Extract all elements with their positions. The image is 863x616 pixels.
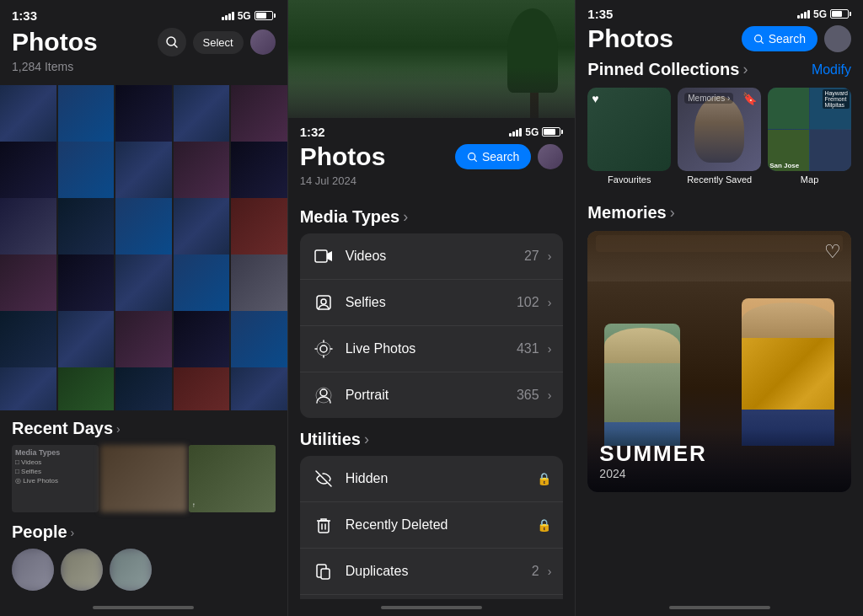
hero-overlay (288, 67, 576, 118)
grid-cell[interactable] (174, 367, 230, 410)
utility-recently-deleted[interactable]: Recently Deleted 🔒 (300, 502, 564, 549)
user-avatar[interactable] (250, 29, 276, 55)
search-button[interactable]: Search (455, 144, 531, 169)
recent-days-header[interactable]: Recent Days › (12, 419, 276, 438)
pinned-item-recently-saved[interactable]: 🔖 Memories › Recently Saved (678, 88, 761, 185)
mini-grid-cell[interactable] (100, 445, 187, 512)
recent-days-grid[interactable]: Media Types □ Videos □ Selfies ◎ Live Ph… (12, 445, 276, 512)
pinned-collections-title: Pinned Collections (587, 60, 739, 79)
panel1-photo-grid[interactable] (0, 85, 287, 410)
media-type-live-photos[interactable]: Live Photos 431 › (300, 326, 564, 372)
network-type: 5G (525, 126, 539, 138)
grid-cell[interactable] (231, 254, 287, 311)
grid-cell[interactable] (174, 198, 230, 254)
memory-person2 (742, 298, 834, 442)
utility-hidden[interactable]: Hidden 🔒 (300, 456, 564, 502)
grid-cell[interactable] (115, 198, 172, 254)
network-type: 5G (238, 10, 251, 22)
grid-cell[interactable] (174, 85, 230, 142)
grid-cell[interactable] (0, 254, 56, 311)
grid-cell[interactable] (115, 142, 172, 198)
recently-saved-thumbnail: 🔖 Memories › (678, 88, 761, 171)
mini-grid-cell[interactable]: ↑ (189, 445, 276, 512)
battery-icon (830, 9, 851, 19)
memories-section: Memories › (576, 203, 863, 599)
pinned-item-favourites[interactable]: ♥ Favourites (587, 88, 671, 185)
panel1-actions: Select (158, 28, 276, 56)
lock-icon: 🔒 (537, 472, 551, 485)
grid-cell[interactable] (115, 85, 172, 142)
grid-cell[interactable] (174, 142, 230, 198)
person-avatar[interactable] (12, 549, 54, 591)
panel1-title-row: Photos Select (12, 28, 276, 56)
media-types-section-header[interactable]: Media Types › (300, 207, 564, 227)
grid-cell[interactable] (231, 85, 287, 142)
media-type-portrait[interactable]: Portrait 365 › (300, 372, 564, 418)
grid-cell[interactable] (231, 198, 287, 254)
panel1-time: 1:33 (12, 8, 37, 23)
memories-card[interactable]: ♡ SUMMER 2024 (587, 231, 851, 492)
search-label: Search (482, 150, 519, 163)
hidden-icon (312, 467, 335, 490)
grid-cell[interactable] (174, 311, 230, 367)
panel2-status-bar: 1:32 5G (288, 118, 576, 142)
mini-grid-cell[interactable]: Media Types □ Videos □ Selfies ◎ Live Ph… (12, 445, 99, 512)
svg-line-3 (474, 158, 476, 160)
panel2-scroll[interactable]: Media Types › Videos 27 › (288, 196, 576, 599)
grid-cell[interactable] (0, 142, 56, 198)
grid-cell[interactable] (58, 142, 115, 198)
user-avatar[interactable] (538, 144, 563, 169)
panel1-bottom: Recent Days › Media Types □ Videos □ Sel… (0, 410, 287, 599)
grid-cell[interactable] (58, 198, 115, 254)
people-header[interactable]: People › (12, 522, 276, 542)
panel-2: 1:32 5G Photos (287, 0, 576, 616)
utilities-section-header[interactable]: Utilities › (300, 430, 564, 449)
memory-season: SUMMER (599, 441, 839, 467)
memories-header[interactable]: Memories › (587, 203, 851, 222)
signal-icon (797, 9, 810, 19)
media-type-label: Portrait (346, 388, 517, 403)
media-type-videos[interactable]: Videos 27 › (300, 233, 564, 280)
grid-cell[interactable] (115, 311, 172, 367)
grid-cell[interactable] (174, 254, 230, 311)
grid-cell[interactable] (58, 367, 115, 410)
favourites-thumbnail: ♥ (587, 88, 671, 171)
media-type-label: Selfies (346, 295, 517, 310)
user-avatar[interactable] (824, 25, 851, 52)
search-button[interactable]: Search (742, 26, 817, 51)
pinned-item-map[interactable]: HaywardFremontMilpitas San Jose Map (768, 88, 851, 185)
grid-cell[interactable] (58, 311, 115, 367)
grid-cell[interactable] (115, 367, 172, 410)
home-bar (93, 606, 194, 609)
mini-item-text: ◎ Live Photos (15, 477, 58, 485)
person-avatar[interactable] (61, 549, 103, 591)
utility-receipts[interactable]: Receipts 2 › (300, 595, 564, 599)
grid-cell[interactable] (0, 311, 56, 367)
lock-icon: 🔒 (537, 518, 551, 532)
duplicates-icon (312, 560, 335, 583)
search-button[interactable] (158, 28, 186, 56)
person-avatar[interactable] (110, 549, 152, 591)
modify-button[interactable]: Modify (812, 62, 851, 78)
grid-cell[interactable] (58, 85, 115, 142)
grid-cell[interactable] (115, 254, 172, 311)
select-button[interactable]: Select (193, 31, 244, 54)
media-type-label: Live Photos (346, 341, 517, 356)
panel1-title: Photos (12, 28, 98, 56)
panel3-title-row: Photos Search (587, 24, 851, 53)
grid-cell[interactable] (231, 367, 287, 410)
grid-cell[interactable] (0, 85, 56, 142)
utilities-label: Utilities (300, 430, 361, 449)
svg-point-14 (320, 389, 327, 396)
media-type-selfies[interactable]: Selfies 102 › (300, 280, 564, 326)
grid-cell[interactable] (231, 142, 287, 198)
grid-cell[interactable] (0, 198, 56, 254)
live-photos-icon (312, 337, 335, 361)
grid-cell[interactable] (58, 254, 115, 311)
memories-label: Memories › (684, 93, 733, 104)
grid-cell[interactable] (0, 367, 56, 410)
like-button[interactable]: ♡ (824, 241, 841, 263)
grid-cell[interactable] (231, 311, 287, 367)
utility-duplicates[interactable]: Duplicates 2 › (300, 549, 564, 595)
mini-item-text: □ Selfies (15, 468, 41, 475)
